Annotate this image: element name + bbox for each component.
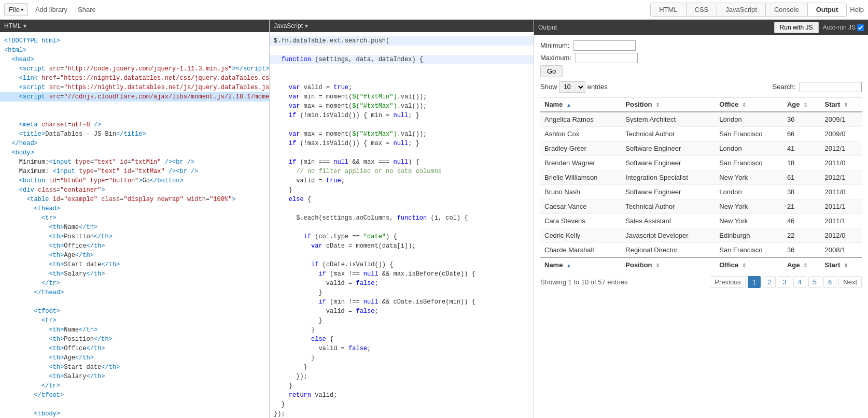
- cell-name: Ashton Cox: [540, 127, 621, 141]
- page-4-button[interactable]: 4: [793, 276, 806, 288]
- cell-start: 2011/0: [821, 185, 862, 199]
- page-2-button[interactable]: 2: [763, 276, 776, 288]
- col-header-position[interactable]: Position ⇕: [621, 97, 715, 112]
- page-3-button[interactable]: 3: [778, 276, 791, 288]
- prev-button[interactable]: Previous: [710, 276, 746, 288]
- tab-html[interactable]: HTML: [651, 3, 686, 16]
- cell-office: London: [715, 112, 783, 127]
- html-panel: HTML ▾ <!DOCTYPE html> <html> <head> <sc…: [0, 20, 270, 418]
- search-input[interactable]: [800, 82, 862, 92]
- js-panel-dropdown-icon[interactable]: ▾: [305, 22, 308, 30]
- cell-age: 41: [783, 141, 821, 156]
- dt-controls: Show 10 25 50 100 entries Search:: [540, 81, 862, 93]
- table-row: Ashton CoxTechnical AuthorSan Francisco6…: [540, 127, 862, 141]
- col-header-name[interactable]: Name ▲: [540, 97, 621, 112]
- table-footer-row: Name ▲ Position ⇕ Office ⇕ Age ⇕ Start ⇕: [540, 257, 862, 272]
- dt-search: Search:: [773, 82, 862, 92]
- cell-start: 2012/0: [821, 228, 862, 243]
- col-footer-start: Start ⇕: [821, 257, 862, 272]
- minimum-row: Minimum:: [540, 40, 862, 51]
- js-panel-content[interactable]: $.fn.dataTable.ext.search.push( function…: [270, 32, 534, 418]
- html-panel-content[interactable]: <!DOCTYPE html> <html> <head> <script sr…: [0, 32, 269, 418]
- file-label: File: [9, 6, 20, 13]
- dt-info: Showing 1 to 10 of 57 entries: [540, 278, 627, 286]
- cell-name: Charde Marshall: [540, 243, 621, 258]
- cell-age: 36: [783, 243, 821, 258]
- page-1-button[interactable]: 1: [748, 276, 761, 288]
- html-panel-title: HTML: [4, 22, 21, 30]
- cell-start: 2011/1: [821, 199, 862, 214]
- cell-age: 61: [783, 170, 821, 185]
- file-chevron-icon: ▾: [21, 7, 23, 12]
- dt-footer: Showing 1 to 10 of 57 entries Previous 1…: [540, 276, 862, 288]
- table-row: Brielle WilliamsonIntegration Specialist…: [540, 170, 862, 185]
- entries-label: entries: [587, 83, 608, 91]
- cell-office: London: [715, 185, 783, 199]
- dt-pagination: Previous 1 2 3 4 5 6 Next: [710, 276, 862, 288]
- cell-age: 22: [783, 228, 821, 243]
- tab-output[interactable]: Output: [808, 3, 847, 16]
- table-row: Cara StevensSales AssistantNew York46201…: [540, 214, 862, 228]
- cell-position: Technical Author: [621, 127, 715, 141]
- col-footer-name: Name ▲: [540, 257, 621, 272]
- page-5-button[interactable]: 5: [808, 276, 821, 288]
- col-footer-age: Age ⇕: [783, 257, 821, 272]
- dt-show-entries: Show 10 25 50 100 entries: [540, 81, 608, 93]
- autorun-checkbox[interactable]: [857, 24, 864, 31]
- cell-position: Software Engineer: [621, 141, 715, 156]
- cell-start: 2011/1: [821, 214, 862, 228]
- cell-start: 2012/1: [821, 141, 862, 156]
- go-row: Go: [540, 65, 862, 77]
- cell-position: Regional Director: [621, 243, 715, 258]
- autorun-label: Auto-run JS: [823, 24, 864, 31]
- cell-office: New York: [715, 199, 783, 214]
- go-button[interactable]: Go: [540, 65, 563, 77]
- html-panel-header: HTML ▾: [0, 20, 269, 32]
- tab-css[interactable]: CSS: [687, 3, 718, 16]
- col-footer-position: Position ⇕: [621, 257, 715, 272]
- cell-start: 2009/0: [821, 127, 862, 141]
- table-body: Angelica RamosSystem ArchitectLondon3620…: [540, 112, 862, 257]
- minimum-input[interactable]: [573, 40, 636, 51]
- cell-name: Bradley Greer: [540, 141, 621, 156]
- add-library-link[interactable]: Add library: [32, 4, 71, 16]
- show-entries-select[interactable]: 10 25 50 100: [559, 81, 585, 93]
- search-label: Search:: [773, 83, 796, 91]
- output-header-controls: Run with JS Auto-run JS: [774, 22, 864, 33]
- output-panel-title: Output: [538, 24, 557, 31]
- page-6-button[interactable]: 6: [823, 276, 836, 288]
- js-panel-title: JavaScript: [274, 22, 303, 30]
- table-row: Charde MarshallRegional DirectorSan Fran…: [540, 243, 862, 258]
- help-link[interactable]: Help: [850, 6, 864, 13]
- tab-javascript[interactable]: JavaScript: [717, 3, 766, 16]
- tab-console[interactable]: Console: [766, 3, 808, 16]
- maximum-label: Maximum:: [540, 54, 571, 62]
- output-panel: Output Run with JS Auto-run JS Minimum: …: [534, 20, 868, 418]
- cell-age: 46: [783, 214, 821, 228]
- share-link[interactable]: Share: [75, 4, 99, 16]
- next-button[interactable]: Next: [838, 276, 862, 288]
- cell-start: 2012/1: [821, 170, 862, 185]
- data-table: Name ▲ Position ⇕ Office ⇕ Age ⇕ Start ⇕…: [540, 97, 862, 272]
- cell-age: 18: [783, 156, 821, 170]
- col-header-start[interactable]: Start ⇕: [821, 97, 862, 112]
- col-header-office[interactable]: Office ⇕: [715, 97, 783, 112]
- table-row: Brenden WagnerSoftware EngineerSan Franc…: [540, 156, 862, 170]
- html-code: <!DOCTYPE html> <html> <head> <script sr…: [0, 32, 269, 418]
- cell-age: 21: [783, 199, 821, 214]
- topbar: File ▾ Add library Share HTML CSS JavaSc…: [0, 0, 868, 20]
- maximum-input[interactable]: [576, 53, 638, 63]
- cell-name: Brenden Wagner: [540, 156, 621, 170]
- cell-name: Angelica Ramos: [540, 112, 621, 127]
- col-header-age[interactable]: Age ⇕: [783, 97, 821, 112]
- maximum-row: Maximum:: [540, 53, 862, 63]
- html-panel-dropdown-icon[interactable]: ▾: [23, 22, 26, 30]
- cell-position: Sales Assistant: [621, 214, 715, 228]
- cell-age: 36: [783, 112, 821, 127]
- cell-start: 2008/1: [821, 243, 862, 258]
- cell-name: Brielle Williamson: [540, 170, 621, 185]
- editor-tab-group: HTML CSS JavaScript Console Output: [650, 3, 847, 17]
- cell-name: Bruno Nash: [540, 185, 621, 199]
- run-with-js-button[interactable]: Run with JS: [774, 22, 819, 33]
- file-menu-button[interactable]: File ▾: [4, 3, 28, 16]
